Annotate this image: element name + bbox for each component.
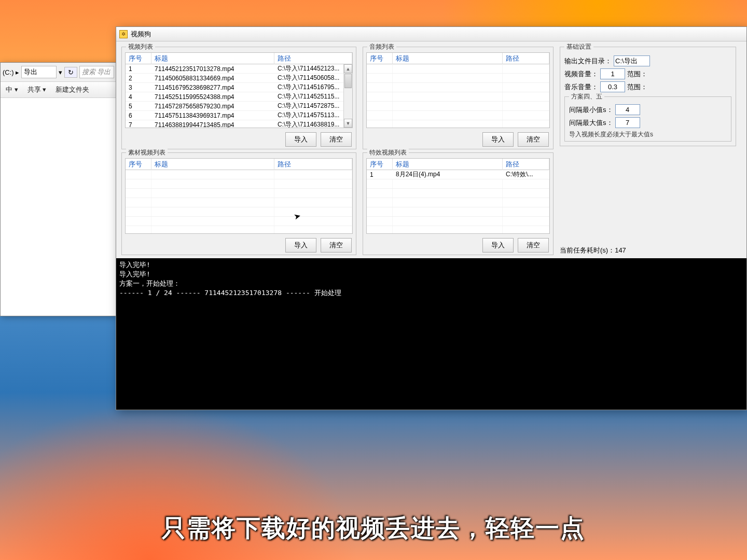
col-path[interactable]: 路径 [274,159,352,170]
gap-min-input[interactable] [615,104,640,115]
video-list-legend: 视频列表 [126,43,155,51]
dropdown-icon[interactable]: ▾ [59,68,62,76]
gap-max-input[interactable] [615,117,640,128]
col-idx[interactable]: 序号 [367,159,393,170]
effect-list-panel: 特效视频列表 序号 标题 路径 18月24日(4).mp4C:\特效\... 导… [363,152,554,255]
titlebar[interactable]: ✲ 视频狗 [116,27,746,41]
app-icon: ✲ [119,30,128,38]
video-vol-input[interactable] [600,68,625,79]
table-row[interactable]: 77114638819944713485.mp4C:\导入\7114638819… [126,120,352,128]
col-title[interactable]: 标题 [151,159,274,170]
scheme45-legend: 方案四、五 [569,92,604,101]
video-vol-range: 范围： [627,69,647,79]
explorer-toolbar-newfolder[interactable]: 新建文件夹 [56,85,89,94]
material-list-panel: 素材视频列表 序号 标题 路径 [121,152,356,255]
video-clear-button[interactable]: 清空 [321,132,352,147]
table-row[interactable]: 27114506058831334669.mp4C:\导入\7114506058… [126,74,352,83]
table-row[interactable]: 47114525115995524388.mp4C:\导入\7114525115… [126,92,352,102]
col-idx[interactable]: 序号 [126,159,151,170]
explorer-toolbar-share[interactable]: 共享 ▾ [27,85,47,94]
output-dir-label: 输出文件目录： [564,57,612,66]
audio-import-button[interactable]: 导入 [482,132,514,147]
settings-legend: 基础设置 [564,43,593,51]
settings-panel: 基础设置 输出文件目录： 视频音量： 范围： 音乐音量： 范围： [560,47,736,146]
scroll-thumb[interactable] [344,74,352,88]
scheme45-panel: 方案四、五 间隔最小值s： 间隔最大值s： 导入视频长度必须大于最大值s [564,96,731,142]
video-import-button[interactable]: 导入 [285,132,316,147]
settings-note: 导入视频长度必须大于最大值s [569,130,727,139]
video-table-header[interactable]: 序号 标题 路径 [126,53,352,64]
audio-list-panel: 音频列表 序号 标题 路径 [363,47,554,149]
app-title: 视频狗 [131,30,151,39]
explorer-path-folder[interactable]: 导出 [21,66,56,78]
scroll-down-icon[interactable]: ▼ [344,119,352,128]
explorer-toolbar-mid[interactable]: 中 ▾ [6,85,18,94]
col-idx[interactable]: 序号 [367,53,393,64]
table-row[interactable]: 17114452123517013278.mp4C:\导入\7114452123… [126,64,352,74]
task-time-status: 当前任务耗时(s)：147 [560,246,736,255]
audio-list-legend: 音频列表 [367,43,396,51]
material-list-legend: 素材视频列表 [126,148,168,157]
table-row[interactable]: 18月24日(4).mp4C:\特效\... [367,170,549,179]
table-row[interactable]: 37114516795238698277.mp4C:\导入\7114516795… [126,83,352,92]
explorer-window: (C:) ▸ 导出 ▾ ↻ 搜索 导出 中 ▾ 共享 ▾ 新建文件夹 [0,62,117,316]
refresh-icon[interactable]: ↻ [64,67,77,78]
col-path[interactable]: 路径 [274,53,352,64]
music-vol-range: 范围： [627,82,647,92]
explorer-search-input[interactable]: 搜索 导出 [79,66,114,78]
table-row[interactable]: 57114572875658579230.mp4C:\导入\7114572875… [126,102,352,111]
col-title[interactable]: 标题 [393,159,503,170]
col-idx[interactable]: 序号 [126,53,151,64]
material-import-button[interactable]: 导入 [285,238,316,253]
video-vol-label: 视频音量： [564,69,598,79]
gap-min-label: 间隔最小值s： [569,105,613,115]
video-list-panel: 视频列表 序号 标题 路径 17114452123517013278.mp4C:… [121,47,356,149]
col-path[interactable]: 路径 [503,53,549,64]
console-output: 导入完毕! 导入完毕! 方案一，开始处理： ------ 1 / 24 ----… [116,258,746,410]
gap-max-label: 间隔最大值s： [569,118,613,128]
music-vol-label: 音乐音量： [564,82,598,92]
material-clear-button[interactable]: 清空 [321,238,352,253]
effect-table-header[interactable]: 序号 标题 路径 [367,159,549,170]
scrollbar[interactable]: ▲ ▼ [343,64,352,128]
col-title[interactable]: 标题 [393,53,503,64]
effect-import-button[interactable]: 导入 [482,238,514,253]
material-table-header[interactable]: 序号 标题 路径 [126,159,352,170]
col-title[interactable]: 标题 [151,53,274,64]
audio-table-header[interactable]: 序号 标题 路径 [367,53,549,64]
effect-list-legend: 特效视频列表 [367,148,409,157]
scroll-up-icon[interactable]: ▲ [344,64,352,73]
explorer-drive: (C:) ▸ [3,68,19,76]
table-row[interactable]: 67114575113843969317.mp4C:\导入\7114575113… [126,111,352,120]
audio-clear-button[interactable]: 清空 [518,132,549,147]
music-vol-input[interactable] [600,81,625,92]
effect-clear-button[interactable]: 清空 [518,238,549,253]
col-path[interactable]: 路径 [503,159,549,170]
app-window: ✲ 视频狗 视频列表 序号 标题 路径 17114452123517013278… [116,26,747,410]
output-dir-input[interactable] [614,55,650,66]
